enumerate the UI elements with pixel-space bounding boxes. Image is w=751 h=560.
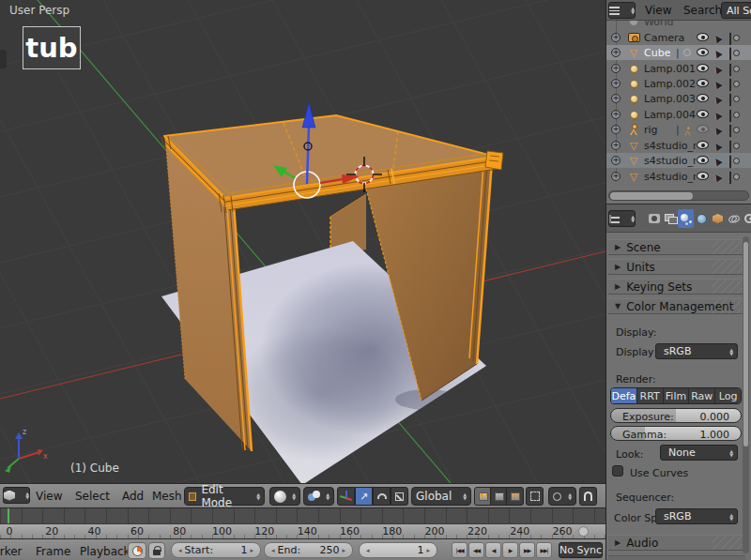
rotate-tool-button[interactable] [373,487,391,506]
panel-units[interactable]: ▶ Units [608,259,745,275]
panel-keying-sets[interactable]: ▶ Keying Sets [608,279,745,295]
outliner-row[interactable]: s4studio_r [606,169,751,184]
increment-arrow-icon[interactable]: ▸ [247,547,256,554]
expand-icon[interactable] [611,172,621,181]
face-select-button[interactable] [506,487,524,506]
renderability-camera-icon[interactable] [729,155,731,169]
visibility-eye-icon[interactable] [697,79,709,87]
view-transform-rrt-button[interactable]: RRT [637,388,664,403]
object-name[interactable]: Lamp.002 [644,78,696,90]
tab-world[interactable] [694,209,710,228]
menu-view[interactable]: View [36,490,62,503]
visibility-eye-icon[interactable] [697,64,709,72]
object-name[interactable]: s4studio_r [644,171,696,183]
visibility-eye-icon[interactable] [697,156,709,164]
menu-marker[interactable]: Marker [0,545,22,558]
next-keyframe-button[interactable]: ▶▶ [519,542,535,558]
selectable-cursor-icon[interactable] [712,93,724,105]
tab-render[interactable] [646,209,662,228]
manipulator-toggle-button[interactable] [337,487,355,506]
scene-filter-dropdown[interactable]: All Sc [721,2,751,19]
expand-icon[interactable] [611,156,621,165]
expand-icon[interactable] [611,94,621,103]
tab-scene[interactable] [678,209,694,228]
outliner-row[interactable]: Lamp.004 [606,107,751,122]
renderability-camera-icon[interactable] [729,171,731,185]
timeline-ruler[interactable]: 020406080100120140160180200220240260 [0,523,605,538]
object-name[interactable]: rig [644,124,658,136]
tab-constraints[interactable] [726,209,742,228]
outliner-row[interactable]: rig| [606,122,751,137]
menu-view[interactable]: View [645,4,671,17]
expand-icon[interactable] [611,125,621,134]
timeline-tracks[interactable] [0,507,605,523]
renderability-camera-icon[interactable] [729,47,731,61]
selectable-cursor-icon[interactable] [712,63,724,75]
visibility-eye-icon[interactable] [697,48,709,56]
renderability-camera-icon[interactable] [729,140,731,154]
panel-scene[interactable]: ▶ Scene [608,239,745,255]
selectable-cursor-icon[interactable] [712,32,724,44]
display-device-dropdown[interactable]: sRGB [655,343,738,359]
toolshelf-collapsed-tab[interactable] [0,50,7,68]
timeline-playhead[interactable] [8,508,9,524]
renderability-camera-icon[interactable] [729,63,731,77]
scrollbar-thumb[interactable] [743,242,748,446]
expand-icon[interactable] [611,110,621,119]
exposure-slider[interactable]: Exposure: 0.000 [610,408,742,423]
editor-type-button[interactable] [608,210,636,227]
object-name[interactable]: s4studio_r [644,155,696,167]
viewport-3d[interactable]: z x User Persp tub (1) Cube [0,0,605,483]
outliner-row[interactable]: s4studio_r [606,153,751,168]
outliner-row[interactable]: Lamp.001 [606,61,751,76]
editor-type-button[interactable] [608,2,636,19]
expand-icon[interactable] [611,48,621,57]
translate-tool-button[interactable]: ↗ [355,487,373,506]
prev-keyframe-button[interactable]: ◀◀ [468,542,484,558]
decrement-arrow-icon[interactable]: ◂ [176,547,185,554]
outliner-row[interactable]: Camera [606,30,751,45]
menu-select[interactable]: Select [75,490,110,503]
menu-mesh[interactable]: Mesh [152,490,182,503]
tab-render-layers[interactable] [662,209,678,228]
outliner-row[interactable]: Cube| [606,45,751,60]
mode-dropdown[interactable]: Edit Mode [184,487,265,506]
pivot-dropdown[interactable] [303,487,334,506]
jump-to-end-button[interactable]: ▶▶| [536,542,552,558]
object-name[interactable]: s4studio_r [644,140,696,152]
tab-modifiers[interactable] [742,209,751,228]
scale-tool-button[interactable] [391,487,408,506]
menu-add[interactable]: Add [122,490,144,503]
scrollbar-thumb[interactable] [610,192,693,200]
play-button[interactable]: ▶ [502,542,518,558]
panel-audio[interactable]: ▶ Audio [608,535,745,551]
outliner-scrollbar[interactable] [608,190,749,201]
scene-canvas[interactable]: z x [0,0,605,483]
increment-arrow-icon[interactable]: ▸ [339,547,348,554]
decrement-arrow-icon[interactable]: ◂ [268,547,278,554]
gamma-slider[interactable]: Gamma: 1.000 [610,426,742,441]
panel-color-management[interactable]: ▼ Color Management [608,298,745,314]
renderability-camera-icon[interactable] [729,93,731,107]
view-transform-raw-button[interactable]: Raw [689,388,715,403]
selectable-cursor-icon[interactable] [712,109,724,121]
look-dropdown[interactable]: None [660,445,738,461]
object-name[interactable]: Cube [644,47,670,59]
editor-type-button[interactable] [3,487,30,504]
renderability-camera-icon[interactable] [729,32,731,46]
play-reverse-button[interactable]: ◀ [485,542,501,558]
selectable-cursor-icon[interactable] [712,155,724,167]
visibility-eye-icon[interactable] [697,172,709,180]
view-transform-log-button[interactable]: Log [715,388,741,403]
outliner-row[interactable]: Lamp.003 [606,91,751,106]
current-frame-field[interactable]: ◂ 1 ▸ [359,542,437,558]
properties-scrollbar[interactable] [743,236,749,553]
selectable-cursor-icon[interactable] [712,171,724,183]
expand-icon[interactable] [611,141,621,150]
increment-arrow-icon[interactable]: ▸ [423,547,433,554]
sequencer-colorspace-dropdown[interactable]: sRGB [655,508,738,524]
orientation-dropdown[interactable]: Global [411,487,471,506]
jump-to-start-button[interactable]: |◀◀ [452,542,467,558]
selectable-cursor-icon[interactable] [712,47,724,59]
renderability-camera-icon[interactable] [729,78,731,92]
